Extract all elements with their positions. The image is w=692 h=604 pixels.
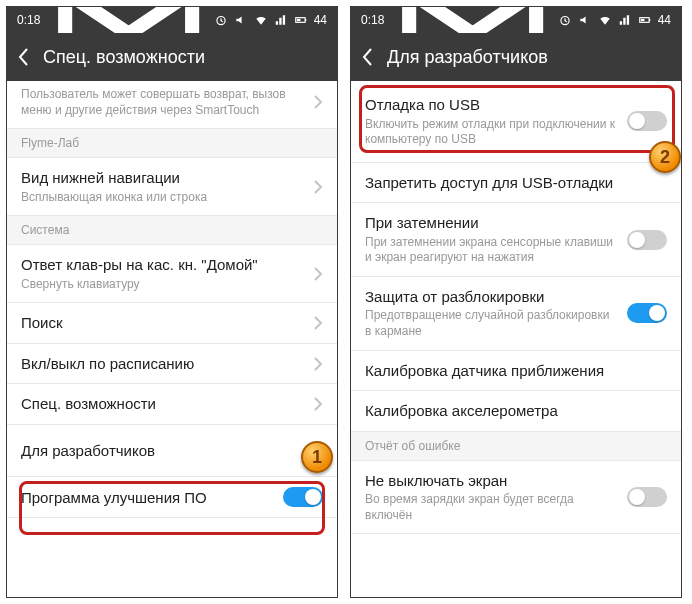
svg-rect-8 (649, 19, 650, 21)
section-bugreport: Отчёт об ошибке (351, 432, 681, 461)
toggle-usb-debug[interactable] (627, 111, 667, 131)
battery-icon (638, 13, 652, 27)
row-schedule[interactable]: Вкл/выкл по расписанию (7, 344, 337, 385)
page-title: Для разработчиков (387, 47, 548, 68)
row-home-key[interactable]: Ответ клав-ры на кас. кн. "Домой" Сверну… (7, 245, 337, 303)
svg-rect-4 (297, 19, 301, 21)
back-icon[interactable] (17, 47, 29, 67)
row-improvement[interactable]: Программа улучшения ПО (7, 477, 337, 518)
page-title: Спец. возможности (43, 47, 205, 68)
signal-icon (618, 13, 632, 27)
battery-pct: 44 (314, 13, 327, 27)
row-accel-cal[interactable]: Калибровка акселерометра (351, 391, 681, 432)
toggle-keep-screen[interactable] (627, 487, 667, 507)
toggle-dim[interactable] (627, 230, 667, 250)
callout-2: 2 (649, 141, 681, 173)
chevron-right-icon (313, 315, 323, 331)
section-flyme: Flyme-Лаб (7, 129, 337, 158)
row-smarttouch[interactable]: Пользователь может совершать возврат, вы… (7, 81, 337, 129)
titlebar: Спец. возможности (7, 33, 337, 81)
volume-icon (578, 13, 592, 27)
row-keep-screen-on[interactable]: Не выключать экран Во время зарядки экра… (351, 461, 681, 535)
dev-list: Отладка по USB Включить режим отладки пр… (351, 81, 681, 597)
settings-list: Пользователь может совершать возврат, вы… (7, 81, 337, 597)
row-usb-debug[interactable]: Отладка по USB Включить режим отладки пр… (351, 81, 681, 163)
section-system: Система (7, 216, 337, 245)
row-when-dim[interactable]: При затемнении При затемнении экрана сен… (351, 203, 681, 277)
alarm-icon (214, 13, 228, 27)
row-bottom-nav[interactable]: Вид нижней навигации Всплывающая иконка … (7, 158, 337, 216)
toggle-unlock-protect[interactable] (627, 303, 667, 323)
row-accessibility[interactable]: Спец. возможности (7, 384, 337, 425)
status-time: 0:18 (17, 13, 40, 27)
phone-left: 0:18 44 Спец. возможности Пользователь м… (6, 6, 338, 598)
status-time: 0:18 (361, 13, 384, 27)
chevron-right-icon (313, 94, 323, 110)
svg-rect-3 (305, 19, 306, 21)
toggle-improvement[interactable] (283, 487, 323, 507)
wifi-icon (254, 13, 268, 27)
statusbar: 0:18 44 (351, 7, 681, 33)
alarm-icon (558, 13, 572, 27)
row-search[interactable]: Поиск (7, 303, 337, 344)
back-icon[interactable] (361, 47, 373, 67)
chevron-right-icon (313, 266, 323, 282)
svg-rect-9 (641, 19, 645, 21)
titlebar: Для разработчиков (351, 33, 681, 81)
wifi-icon (598, 13, 612, 27)
statusbar: 0:18 44 (7, 7, 337, 33)
volume-icon (234, 13, 248, 27)
battery-icon (294, 13, 308, 27)
row-unlock-protect[interactable]: Защита от разблокировки Предотвращение с… (351, 277, 681, 351)
chevron-right-icon (313, 396, 323, 412)
row-proximity-cal[interactable]: Калибровка датчика приближения (351, 351, 681, 392)
phone-right: 0:18 44 Для разработчиков Отладка по USB… (350, 6, 682, 598)
chevron-right-icon (313, 179, 323, 195)
callout-1: 1 (301, 441, 333, 473)
row-deny-usb[interactable]: Запретить доступ для USB-отладки (351, 163, 681, 204)
battery-pct: 44 (658, 13, 671, 27)
row-developers[interactable]: Для разработчиков (7, 425, 337, 478)
signal-icon (274, 13, 288, 27)
chevron-right-icon (313, 356, 323, 372)
